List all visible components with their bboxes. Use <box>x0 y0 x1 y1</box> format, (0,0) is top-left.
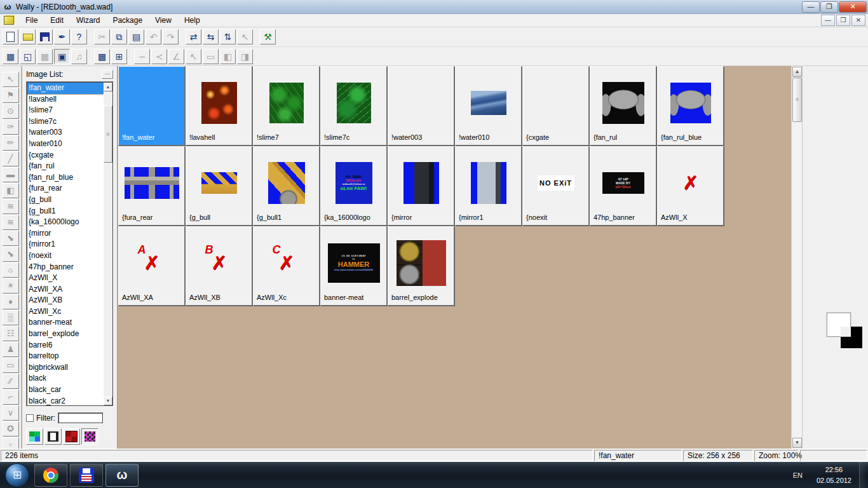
list-item[interactable]: !water003 <box>27 127 104 139</box>
texture-cell-{mirror1[interactable]: {mirror1 <box>455 146 522 226</box>
list-item[interactable]: !slime7c <box>27 116 104 128</box>
taskbar-wally-button[interactable]: ω <box>105 464 139 487</box>
menu-item-wizard[interactable]: Wizard <box>70 15 106 26</box>
minimize-button[interactable]: — <box>802 1 820 13</box>
texture-cell-AzWll_X[interactable]: ✗AzWll_X <box>657 146 724 226</box>
texture-cell-{g_bull[interactable]: {g_bull <box>186 146 252 226</box>
grid-scrollbar[interactable]: ▲ ▼ <box>791 66 802 449</box>
image-list-box[interactable]: !fan_water!lavahell!slime7!slime7c!water… <box>26 81 114 407</box>
menu-item-edit[interactable]: Edit <box>44 15 70 26</box>
list-item[interactable]: {mirror <box>27 228 104 240</box>
texture-cell-47hp_banner[interactable]: 47 HPMADE BYxD^Shot47hp_banner <box>590 146 656 226</box>
grid-scroll-up-icon[interactable]: ▲ <box>792 67 802 77</box>
save-icon[interactable] <box>37 29 53 44</box>
list-item[interactable]: black_car2 <box>27 396 104 405</box>
block-left-icon[interactable]: ◧ <box>220 49 236 64</box>
menu-item-help[interactable]: Help <box>178 15 207 26</box>
thumb-grid-view-icon[interactable] <box>81 428 98 445</box>
noise-icon[interactable]: ▒ <box>3 310 19 325</box>
texture-cell-{fan_rul[interactable]: {fan_rul <box>590 66 656 146</box>
list-item[interactable]: {g_bull <box>27 194 104 206</box>
list-item[interactable]: AzWll_Xc <box>27 306 104 318</box>
show-desktop-button[interactable] <box>859 462 865 488</box>
list-item[interactable]: !fan_water <box>27 83 104 94</box>
wad-merge-icon[interactable]: ⇅ <box>220 29 236 44</box>
dense-grid-icon[interactable]: ▩ <box>94 49 110 64</box>
filter-checkbox[interactable] <box>26 414 34 422</box>
arrow-left-icon[interactable]: ≺ <box>151 49 167 64</box>
list-scroll-thumb[interactable] <box>104 105 112 163</box>
eraser-icon[interactable]: ▬ <box>3 167 19 182</box>
contrast-icon[interactable]: ☀ <box>3 278 19 294</box>
grid-scroll-thumb[interactable] <box>792 78 802 122</box>
list-options-button[interactable]: ··· <box>102 70 113 79</box>
texture-cell-banner-meat[interactable]: CS_DE_DUST-MEATOrHAMMERhttp://planetaida… <box>320 226 387 306</box>
texture-cell-AzWll_Xc[interactable]: C✗AzWll_Xc <box>253 226 320 306</box>
spray-icon[interactable]: ≋ <box>3 199 19 214</box>
texture-cell-!slime7[interactable]: !slime7 <box>253 66 320 146</box>
list-item[interactable]: 47hp_banner <box>27 262 104 273</box>
texture-cell-!slime7c[interactable]: !slime7c <box>320 66 387 146</box>
list-item[interactable]: barrel_explode <box>27 329 104 340</box>
hatch-icon[interactable]: ∕∕ <box>3 374 19 389</box>
language-indicator[interactable]: EN <box>793 471 803 479</box>
cut-icon[interactable]: ✂ <box>94 29 110 44</box>
list-item[interactable]: AzWll_XA <box>27 284 104 295</box>
grid-scroll-down-icon[interactable]: ▼ <box>792 438 802 448</box>
list-item[interactable]: {fan_rul <box>27 161 104 172</box>
list-item[interactable]: {noexit <box>27 250 104 262</box>
image-view-icon[interactable]: ◱ <box>20 49 36 64</box>
spiral-icon[interactable]: ∽ <box>134 49 150 64</box>
restore-button[interactable]: ❐ <box>820 1 838 13</box>
block-right-icon[interactable]: ◨ <box>237 49 253 64</box>
texture-cell-!water003[interactable]: !water003 <box>388 66 454 146</box>
list-item[interactable]: banner-meat <box>27 317 104 329</box>
brush-icon[interactable]: ✏ <box>3 135 19 151</box>
taskbar-floppy-button[interactable] <box>70 464 103 487</box>
list-item[interactable]: AzWll_XB <box>27 295 104 306</box>
hammer-icon[interactable]: ⚒ <box>260 29 276 44</box>
list-item[interactable]: black <box>27 373 104 384</box>
wand-icon[interactable]: ✒ <box>54 29 70 44</box>
stamp-icon[interactable]: ♟ <box>3 342 19 357</box>
grid-view-icon[interactable]: ▦ <box>37 49 53 64</box>
brightness-icon[interactable]: ☼ <box>3 262 19 278</box>
texture-cell-{mirror[interactable]: {mirror <box>388 146 454 226</box>
list-scroll-up-icon[interactable]: ▲ <box>104 83 112 92</box>
list-scrollbar[interactable]: ▲ ▼ <box>104 83 112 405</box>
list-item[interactable]: {g_bull1 <box>27 206 104 217</box>
mosaic-view-icon[interactable] <box>26 428 43 445</box>
list-item[interactable]: barreltop <box>27 351 104 362</box>
list-item[interactable]: !slime7 <box>27 105 104 116</box>
copy-icon[interactable]: ⧉ <box>111 29 127 44</box>
fill-icon[interactable]: ◧ <box>3 183 19 198</box>
texture-cell-{g_bull1[interactable]: {g_bull1 <box>253 146 320 226</box>
texture-cell-barrel_explode[interactable]: barrel_explode <box>388 226 454 306</box>
wad-export-icon[interactable]: ⇆ <box>203 29 219 44</box>
texture-cell-{fan_rul_blue[interactable]: {fan_rul_blue <box>657 66 724 146</box>
spray2-icon[interactable]: ≋ <box>3 215 19 230</box>
pointer-icon[interactable]: ↖ <box>3 72 19 87</box>
magnifier-icon[interactable]: ⊙ <box>3 104 19 119</box>
list-item[interactable]: {mirror1 <box>27 239 104 250</box>
anim-view-icon[interactable]: ♫ <box>71 49 87 64</box>
texture-cell-!lavahell[interactable]: !lavahell <box>186 66 252 146</box>
texture-cell-{noexit[interactable]: NO EXiT{noexit <box>522 146 589 226</box>
new-icon[interactable] <box>3 29 18 44</box>
layout-icon[interactable]: ▭ <box>203 49 219 64</box>
texture-cell-{ka_16000logo[interactable]: KA_16000REDtoothredtooth@inbox.ruoLmt FA… <box>320 146 387 226</box>
zoom-window-icon[interactable]: ⚑ <box>3 88 19 103</box>
quad-view-icon[interactable] <box>63 428 80 445</box>
list-item[interactable]: {fura_rear <box>27 183 104 194</box>
color-picker-icon[interactable]: ✑ <box>3 119 19 135</box>
open-icon[interactable] <box>20 29 36 44</box>
pick-icon[interactable]: ↖ <box>237 29 253 44</box>
badge-icon[interactable]: ✪ <box>3 421 19 437</box>
gun-icon[interactable]: ⌐ <box>3 390 19 405</box>
line-icon[interactable]: ▭ <box>3 358 19 373</box>
texture-cell-!fan_water[interactable]: !fan_water <box>118 66 185 146</box>
list-item[interactable]: {cxgate <box>27 150 104 161</box>
texture-cell-AzWll_XA[interactable]: A✗AzWll_XA <box>118 226 185 306</box>
four-pane-icon[interactable]: ⊞ <box>111 49 127 64</box>
list-item[interactable]: black_car <box>27 384 104 396</box>
